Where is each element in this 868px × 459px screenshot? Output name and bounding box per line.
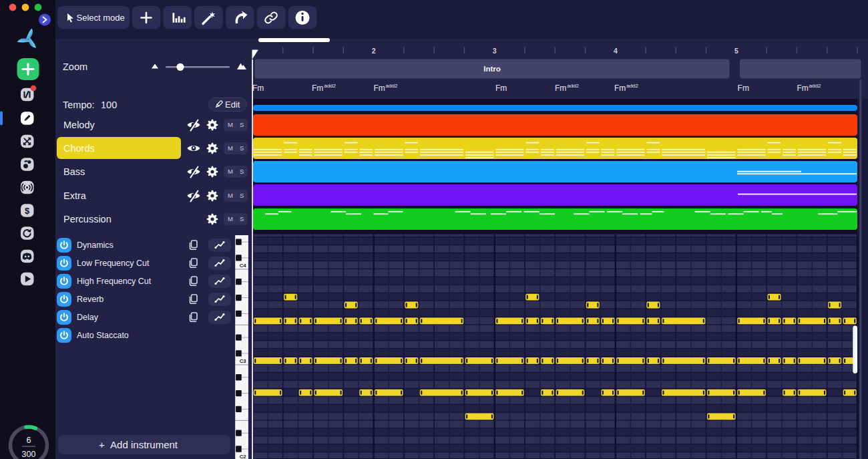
svg-text:C4: C4 bbox=[240, 263, 247, 269]
svg-text:C2: C2 bbox=[240, 454, 247, 459]
svg-text:C3: C3 bbox=[240, 358, 247, 364]
